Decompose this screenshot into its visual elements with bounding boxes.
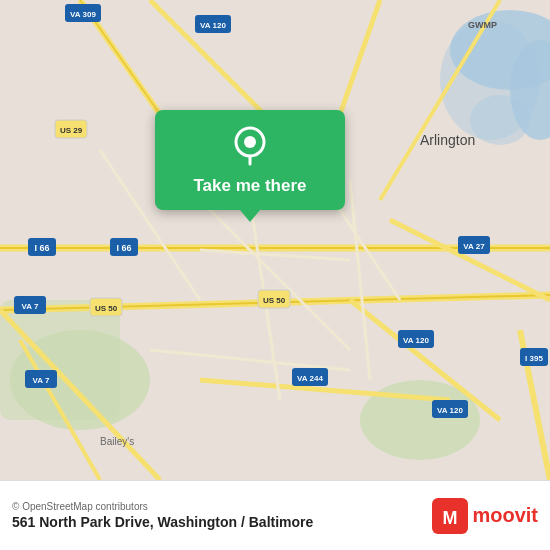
svg-text:I 395: I 395	[525, 354, 543, 363]
svg-text:VA 7: VA 7	[33, 376, 50, 385]
svg-text:I 66: I 66	[34, 243, 49, 253]
address-text: 561 North Park Drive, Washington / Balti…	[12, 514, 313, 530]
bottom-info: © OpenStreetMap contributors 561 North P…	[12, 501, 313, 530]
map-background: I 66 I 66 VA 309 VA 120 US 29 US 50 US 5…	[0, 0, 550, 480]
svg-text:Arlington: Arlington	[420, 132, 475, 148]
moovit-icon: M	[432, 498, 468, 534]
take-me-there-popup[interactable]: Take me there	[155, 110, 345, 210]
svg-text:I 66: I 66	[116, 243, 131, 253]
svg-text:VA 309: VA 309	[70, 10, 96, 19]
svg-text:VA 7: VA 7	[22, 302, 39, 311]
svg-rect-5	[0, 300, 120, 420]
svg-text:US 50: US 50	[263, 296, 286, 305]
svg-text:VA 120: VA 120	[200, 21, 226, 30]
svg-text:VA 27: VA 27	[463, 242, 485, 251]
moovit-logo: M moovit	[432, 498, 538, 534]
svg-point-62	[244, 136, 256, 148]
svg-text:VA 244: VA 244	[297, 374, 323, 383]
svg-text:M: M	[443, 508, 458, 528]
map-container: I 66 I 66 VA 309 VA 120 US 29 US 50 US 5…	[0, 0, 550, 480]
svg-text:US 29: US 29	[60, 126, 83, 135]
svg-text:US 50: US 50	[95, 304, 118, 313]
location-pin-icon	[228, 124, 272, 168]
copyright-text: © OpenStreetMap contributors	[12, 501, 313, 512]
svg-text:Bailey's: Bailey's	[100, 436, 134, 447]
svg-text:VA 120: VA 120	[403, 336, 429, 345]
moovit-text: moovit	[472, 504, 538, 527]
svg-text:VA 120: VA 120	[437, 406, 463, 415]
take-me-there-label: Take me there	[193, 176, 306, 196]
bottom-bar: © OpenStreetMap contributors 561 North P…	[0, 480, 550, 550]
svg-text:GWMP: GWMP	[468, 20, 497, 30]
